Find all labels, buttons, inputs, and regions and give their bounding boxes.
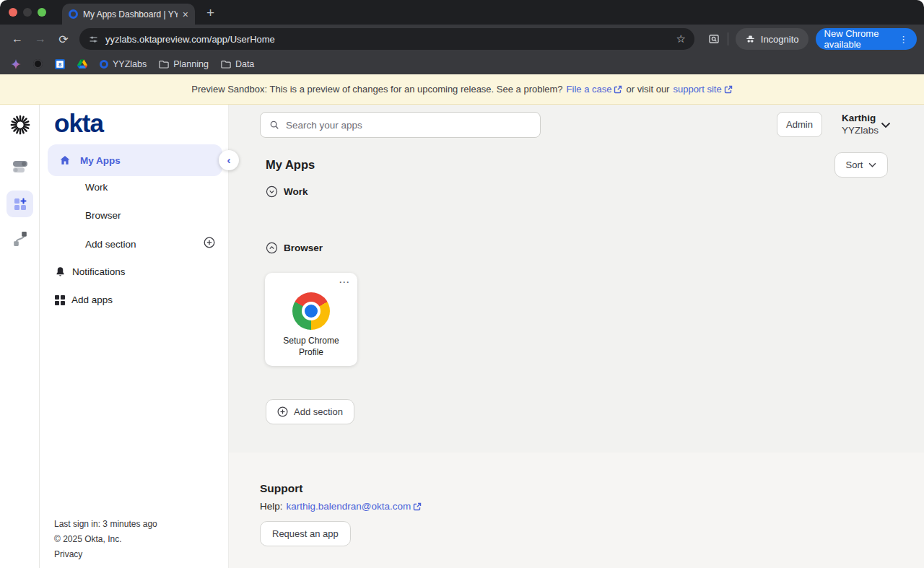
support-site-link[interactable]: support site — [673, 84, 732, 95]
tab-title: My Apps Dashboard | YYZlab — [83, 9, 178, 19]
user-chevron-down-icon[interactable] — [881, 122, 891, 128]
file-a-case-link[interactable]: File a case — [567, 84, 623, 95]
sort-label: Sort — [846, 160, 863, 170]
sidebar-item-add-apps[interactable]: Add apps — [55, 294, 113, 305]
sidebar-footer: Last sign in: 3 minutes ago © 2025 Okta,… — [54, 517, 157, 562]
bookmarks-bar: 8 YYZlabs Planning Data — [0, 53, 924, 74]
chevron-down-circle-icon[interactable] — [266, 185, 278, 198]
app-card-menu-icon[interactable]: ⋯ — [339, 276, 350, 289]
incognito-icon — [745, 34, 756, 45]
macos-window-controls[interactable] — [9, 8, 46, 17]
last-sign-in-text: Last sign in: 3 minutes ago — [54, 517, 157, 532]
page-title: My Apps — [266, 158, 315, 172]
okta-favicon-icon — [100, 60, 108, 69]
main-content: Admin Karthig YYZlabs My Apps Sort Work … — [229, 105, 924, 568]
close-window-button[interactable] — [9, 8, 17, 17]
new-tab-button[interactable]: + — [206, 4, 214, 22]
home-icon — [59, 154, 71, 166]
plus-circle-icon — [277, 406, 288, 417]
chrome-logo-icon — [292, 292, 330, 330]
sidebar-item-label: My Apps — [80, 155, 121, 166]
toolbar-right: Incognito New Chrome available ⋮ — [707, 28, 917, 50]
toolbar-divider — [728, 32, 728, 45]
section-label: Browser — [284, 243, 323, 253]
add-section-button[interactable]: Add section — [266, 399, 354, 424]
user-menu[interactable]: Karthig YYZlabs — [842, 113, 879, 136]
sidebar-item-label: Notifications — [72, 266, 126, 277]
sidebar-item-work[interactable]: Work — [85, 182, 108, 193]
reload-icon[interactable]: ⟳ — [53, 32, 74, 46]
add-apps-extension-icon[interactable] — [6, 191, 33, 217]
back-icon[interactable]: ← — [7, 32, 27, 45]
admin-button[interactable]: Admin — [777, 112, 822, 137]
help-email-text: karthig.balendran@okta.com — [287, 501, 411, 512]
url-bar[interactable]: yyzlabs.oktapreview.com/app/UserHome ☆ — [79, 28, 694, 50]
new-chrome-available-button[interactable]: New Chrome available ⋮ — [816, 28, 917, 50]
sidebar-item-browser[interactable]: Browser — [85, 210, 121, 221]
browser-tab[interactable]: My Apps Dashboard | YYZlab × — [62, 4, 195, 25]
user-org: YYZlabs — [842, 125, 879, 136]
okta-logo: okta — [54, 109, 103, 138]
svg-text:8: 8 — [58, 61, 61, 67]
workflow-icon[interactable] — [0, 231, 40, 247]
support-title: Support — [260, 482, 302, 495]
sidebar-item-add-section[interactable]: Add section — [85, 239, 136, 250]
search-tabs-icon[interactable] — [707, 32, 720, 45]
section-header-browser[interactable]: Browser — [266, 242, 323, 254]
bookmark-yyzlabs[interactable]: YYZlabs — [100, 59, 147, 69]
grid-icon — [55, 295, 65, 305]
chevron-up-circle-icon[interactable] — [266, 242, 278, 254]
sidebar-item-my-apps[interactable]: My Apps — [48, 144, 222, 176]
toggles-icon[interactable] — [0, 160, 40, 174]
help-label: Help: — [260, 501, 283, 512]
forward-icon: → — [30, 32, 51, 45]
request-an-app-button[interactable]: Request an app — [260, 521, 351, 546]
external-link-icon — [614, 85, 622, 94]
banner-text-middle: or visit our — [626, 84, 669, 95]
sidebar-collapse-button[interactable]: ‹ — [219, 150, 239, 170]
section-header-work[interactable]: Work — [266, 185, 308, 198]
app-card-setup-chrome-profile[interactable]: ⋯ Setup Chrome Profile — [265, 273, 357, 366]
app-card-label: Setup Chrome Profile — [275, 335, 347, 358]
minimize-window-button[interactable] — [23, 8, 32, 17]
chrome-menu-icon[interactable]: ⋮ — [899, 34, 908, 45]
app-search[interactable] — [260, 112, 541, 138]
bookmark-folder-data[interactable]: Data — [221, 59, 254, 69]
bookmark-label: Planning — [173, 59, 209, 69]
add-section-label: Add section — [294, 406, 343, 417]
support-site-label: support site — [673, 84, 721, 95]
copyright-text: © 2025 Okta, Inc. — [54, 532, 157, 547]
url-text[interactable]: yyzlabs.oktapreview.com/app/UserHome — [105, 34, 670, 45]
extension-rail — [0, 105, 40, 568]
dark-site-favicon-icon[interactable] — [33, 59, 43, 69]
close-tab-icon[interactable]: × — [183, 9, 188, 20]
starburst-extension-icon[interactable] — [0, 115, 40, 135]
browser-toolbar: ← → ⟳ yyzlabs.oktapreview.com/app/UserHo… — [0, 25, 924, 53]
site-settings-icon[interactable] — [88, 34, 99, 45]
folder-icon — [159, 60, 169, 69]
sidebar-item-label: Add apps — [71, 294, 113, 305]
support-help-row: Help: karthig.balendran@okta.com — [260, 501, 422, 512]
folder-icon — [221, 60, 231, 69]
sort-button[interactable]: Sort — [834, 152, 888, 178]
search-input[interactable] — [286, 120, 531, 131]
zoom-window-button[interactable] — [38, 8, 46, 17]
bookmark-star-icon[interactable]: ☆ — [676, 32, 686, 45]
external-link-icon — [724, 85, 733, 94]
bell-icon — [55, 266, 66, 277]
sidebar-item-notifications[interactable]: Notifications — [55, 266, 126, 277]
drive-favicon-icon[interactable] — [77, 59, 87, 69]
external-link-icon — [413, 502, 422, 511]
help-email-link[interactable]: karthig.balendran@okta.com — [287, 501, 422, 512]
section-label: Work — [284, 186, 308, 197]
privacy-link[interactable]: Privacy — [54, 547, 157, 562]
gemini-sparkle-icon[interactable] — [11, 59, 21, 69]
bookmark-folder-planning[interactable]: Planning — [159, 59, 209, 69]
bookmark-label: Data — [235, 59, 254, 69]
search-icon — [269, 120, 279, 130]
incognito-label: Incognito — [761, 34, 799, 45]
calendar-favicon-icon[interactable]: 8 — [55, 59, 65, 69]
banner-text: Preview Sandbox: This is a preview of ch… — [191, 84, 562, 95]
new-chrome-label: New Chrome available — [824, 28, 892, 50]
add-section-plus-icon[interactable] — [204, 237, 215, 248]
